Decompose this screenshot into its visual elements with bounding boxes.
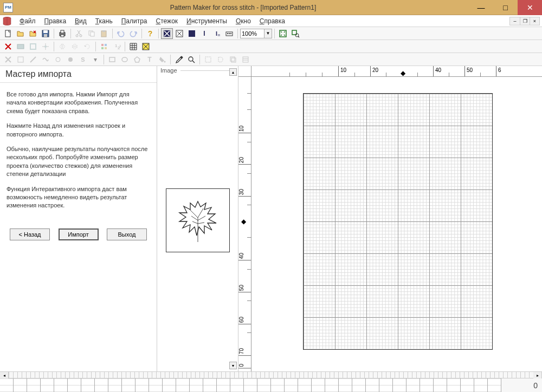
palette-cell[interactable] [474, 378, 488, 392]
palette-cell[interactable] [393, 378, 406, 392]
grid-toggle-icon[interactable] [127, 41, 139, 52]
tool-special-icon[interactable]: S [77, 54, 89, 65]
tool-back-icon[interactable] [40, 54, 51, 65]
palette-cell[interactable] [108, 378, 122, 392]
mdi-minimize-button[interactable]: – [510, 17, 520, 25]
tool-french-icon[interactable] [52, 54, 64, 65]
palette-cell[interactable] [176, 378, 190, 392]
flip-h-icon[interactable] [56, 41, 68, 52]
ruler-horizontal[interactable]: 10 20 ◆ 40 50 6 [251, 66, 542, 77]
tool-half-stitch-icon[interactable] [15, 54, 27, 65]
cut-icon[interactable] [73, 28, 85, 39]
tool-rect-icon[interactable] [106, 54, 118, 65]
tool-polygon-icon[interactable] [131, 54, 143, 65]
stitch-color-icon[interactable] [186, 28, 198, 39]
palette-cell[interactable] [298, 378, 312, 392]
undo-icon[interactable] [115, 28, 127, 39]
menu-view[interactable]: Вид [70, 16, 91, 27]
menu-file[interactable]: Файл [15, 16, 40, 27]
palette-cell[interactable] [217, 378, 230, 392]
palette-cell[interactable] [312, 378, 325, 392]
palette-cell[interactable] [0, 378, 14, 392]
palette-cell[interactable] [434, 378, 447, 392]
palette-cell[interactable] [54, 378, 68, 392]
tool-special-drop-icon[interactable]: ▾ [89, 54, 101, 65]
palette-cell[interactable] [190, 378, 203, 392]
minimize-button[interactable]: — [469, 0, 493, 15]
tool-quarter-icon[interactable] [27, 54, 39, 65]
zoom-input[interactable] [240, 29, 264, 38]
close-file-icon[interactable] [27, 28, 39, 39]
palette-cell[interactable] [257, 378, 271, 392]
palette-cell[interactable] [122, 378, 136, 392]
palette-cell[interactable] [14, 378, 27, 392]
redo-icon[interactable] [127, 28, 139, 39]
palette-cell[interactable] [149, 378, 163, 392]
tool-text-icon[interactable]: T [144, 54, 156, 65]
fit-window-icon[interactable] [277, 28, 289, 39]
palette-cell[interactable] [244, 378, 257, 392]
menu-palette[interactable]: Палитра [117, 16, 152, 27]
palette-cell[interactable] [461, 378, 474, 392]
tool-zoom-icon[interactable] [185, 54, 197, 65]
palette-cell[interactable] [379, 378, 393, 392]
delete-icon[interactable] [2, 41, 14, 52]
palette-cell[interactable] [136, 378, 149, 392]
menu-fabric[interactable]: Ткань [91, 16, 117, 27]
grid-viewport[interactable] [251, 77, 542, 371]
palette-cell[interactable] [271, 378, 285, 392]
color-ops-icon[interactable] [98, 41, 110, 52]
frame-icon[interactable] [27, 41, 39, 52]
tool-eyedropper-icon[interactable] [173, 54, 185, 65]
palette-cell[interactable] [41, 378, 54, 392]
new-icon[interactable] [2, 28, 14, 39]
palette-cell[interactable] [68, 378, 81, 392]
back-button[interactable]: < Назад [10, 228, 50, 240]
mdi-close-button[interactable]: × [530, 17, 539, 25]
print-icon[interactable] [56, 28, 68, 39]
ruler-vertical[interactable]: 10 20 30 ◆ 40 50 60 70 0 [238, 77, 251, 371]
tool-fill-icon[interactable] [156, 54, 168, 65]
palette-scroll-track[interactable] [9, 372, 533, 378]
menu-help[interactable]: Справка [255, 16, 289, 27]
palette-cell[interactable] [95, 378, 108, 392]
tool-library-icon[interactable] [240, 54, 251, 65]
scroll-up-button[interactable]: ▴ [229, 68, 237, 76]
import-button[interactable]: Импорт [59, 228, 99, 240]
palette-cell[interactable] [339, 378, 352, 392]
mdi-restore-button[interactable]: ❐ [520, 17, 530, 25]
stitch-symbol-icon[interactable] [173, 28, 185, 39]
pattern-grid[interactable] [303, 93, 493, 350]
palette-cell[interactable] [447, 378, 461, 392]
help-icon[interactable]: ? [144, 28, 156, 39]
tool-layers-icon[interactable] [227, 54, 239, 65]
exit-button[interactable]: Выход [107, 228, 147, 240]
stitch-machine-icon[interactable] [223, 28, 235, 39]
tool-full-stitch-icon[interactable] [2, 54, 14, 65]
renumber-icon[interactable]: 123 [111, 41, 122, 52]
fill-rect-icon[interactable] [15, 41, 27, 52]
palette-cell[interactable] [285, 378, 298, 392]
palette-cell[interactable] [325, 378, 339, 392]
menu-tools[interactable]: Инструменты [182, 16, 231, 27]
palette-cell[interactable] [81, 378, 95, 392]
palette-cell[interactable] [352, 378, 366, 392]
flip-v-icon[interactable] [69, 41, 81, 52]
copy-icon[interactable] [86, 28, 98, 39]
tool-ellipse-icon[interactable] [119, 54, 131, 65]
palette-cell[interactable] [27, 378, 41, 392]
stitch-full-icon[interactable] [161, 28, 173, 39]
save-icon[interactable] [40, 28, 51, 39]
palette-cell[interactable] [406, 378, 420, 392]
scroll-down-button[interactable]: ▾ [229, 362, 237, 369]
zoom-region-icon[interactable] [289, 28, 301, 39]
tool-bead-icon[interactable] [64, 54, 76, 65]
stitch-text-icon[interactable]: I [198, 28, 210, 39]
menu-stitch[interactable]: Стежок [152, 16, 183, 27]
paste-icon[interactable] [98, 28, 110, 39]
palette-cell[interactable] [366, 378, 379, 392]
menu-window[interactable]: Окно [231, 16, 255, 27]
close-button[interactable]: ✕ [518, 0, 542, 15]
stitch-info-icon[interactable]: Iн [211, 28, 223, 39]
tool-select-free-icon[interactable] [215, 54, 227, 65]
